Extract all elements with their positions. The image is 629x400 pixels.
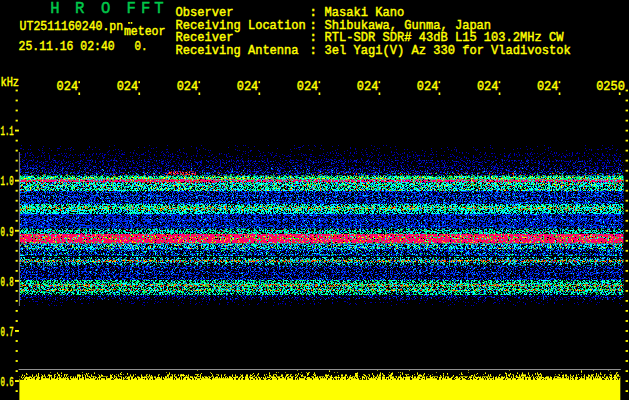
svg-text:0.7: 0.7	[1, 325, 14, 340]
svg-text:024: 024	[417, 79, 439, 94]
svg-text::: :	[309, 43, 317, 58]
svg-text:T: T	[154, 0, 163, 18]
svg-text:0.6: 0.6	[1, 375, 14, 390]
svg-text:024: 024	[297, 79, 319, 94]
svg-text:0.9: 0.9	[1, 225, 14, 240]
svg-text:Receiving Antenna: Receiving Antenna	[176, 43, 299, 58]
svg-text:0.: 0.	[135, 39, 148, 54]
svg-text:0250: 0250	[596, 79, 625, 94]
svg-text:024: 024	[177, 79, 199, 94]
svg-text:024: 024	[57, 79, 79, 94]
svg-text:F: F	[127, 0, 136, 18]
svg-text:kHz: kHz	[1, 75, 20, 90]
svg-text:0.8: 0.8	[1, 275, 14, 290]
svg-text:024: 024	[117, 79, 139, 94]
svg-text:meteor: meteor	[124, 24, 165, 39]
svg-text:F: F	[141, 0, 150, 18]
svg-text:1.0: 1.0	[1, 174, 14, 189]
svg-text:024: 024	[237, 79, 259, 94]
svg-text:UT2511160240.pn: UT2511160240.pn	[20, 19, 124, 34]
svg-text:R: R	[75, 0, 84, 18]
svg-text:O: O	[101, 0, 110, 18]
svg-text:H: H	[50, 0, 59, 18]
svg-text:024: 024	[357, 79, 379, 94]
svg-text:1.1: 1.1	[1, 124, 14, 139]
svg-text:024: 024	[477, 79, 499, 94]
svg-text:3el Yagi(V) Az 330 for Vladivo: 3el Yagi(V) Az 330 for Vladivostok	[325, 43, 571, 58]
svg-text:25.11.16 02:40: 25.11.16 02:40	[19, 39, 115, 54]
svg-text:024: 024	[537, 79, 559, 94]
